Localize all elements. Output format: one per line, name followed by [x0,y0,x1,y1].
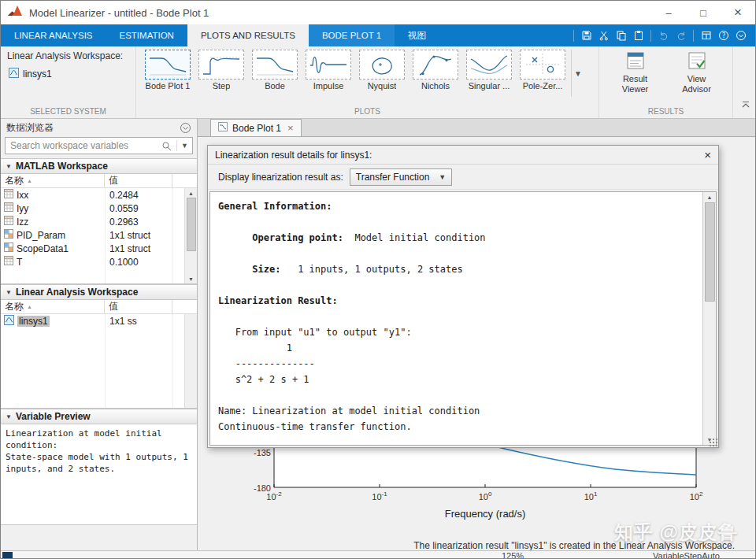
scroll-up-icon[interactable]: ▲ [707,192,713,202]
collapse-toolstrip-button[interactable] [741,98,750,112]
scroll-down-icon[interactable]: ▼ [188,274,194,283]
gallery-item-impulse[interactable]: Impulse [302,50,355,91]
scrollbar-thumb[interactable] [705,202,715,302]
result-viewer-button[interactable]: ResultViewer [607,50,664,94]
display-as-dropdown[interactable]: Transfer Function ▼ [350,168,453,186]
column-value-label: 值 [109,174,118,187]
column-value-label: 值 [109,300,118,313]
selected-system-item[interactable]: linsys1 [7,68,129,80]
gallery-item-nyquist[interactable]: Nyquist [355,50,409,91]
column-name-label: 名称 [5,300,24,313]
matlab-workspace-header[interactable]: ▼ MATLAB Workspace [1,158,197,174]
dialog-text-line [218,309,695,324]
bode-plot-fragment: -135-180 10-210-1100101102 Frequency (ra… [241,435,713,531]
gallery-item-nichols[interactable]: Nichols [409,50,462,91]
scrollbar-thumb[interactable] [187,198,196,251]
search-dropdown-icon[interactable]: ▼ [176,140,192,151]
table-scrollbar[interactable] [184,314,197,408]
sidebar-header: 数据浏览器 [1,119,197,136]
sidebar-menu-icon[interactable] [180,122,191,134]
dialog-scrollbar[interactable]: ▲ ▼ [702,192,716,445]
gallery-item-singular[interactable]: Singular ... [462,50,516,91]
variable-preview-title: Variable Preview [16,411,91,422]
numeric-variable-icon [4,202,13,214]
doc-tab-close-icon[interactable]: × [287,122,294,134]
dialog-close-icon[interactable]: × [704,148,711,161]
table-row[interactable]: PID_Param1x1 struct [1,228,184,242]
dialog-text-line [218,277,695,293]
ribbon-tab-3[interactable]: PLOTS AND RESULTS [187,24,309,46]
matlab-logo-icon [7,4,23,21]
variable-name: Izz [17,217,28,228]
maximize-button[interactable]: □ [686,1,721,24]
ribbon-tab-1[interactable]: LINEAR ANALYSIS [1,24,106,46]
section-label-selected-system: SELECTED SYSTEM [7,106,129,118]
paste-icon[interactable] [630,27,647,44]
plots-gallery: Bode Plot 1StepBodeImpulseNyquistNichols… [141,50,569,91]
table-scrollbar[interactable]: ▲ ▼ [184,188,197,283]
column-header-name[interactable]: 名称 ▲ [1,300,105,313]
gallery-item-label: Bode [265,81,285,91]
cut-icon[interactable] [595,27,612,44]
watermark: 知乎 @皮皮鲁 [614,520,738,545]
section-selected-system: Linear Analysis Workspace: linsys1 SELEC… [1,46,136,118]
table-row[interactable]: Izz0.2963 [1,215,184,228]
xtick-label: 100 [472,491,498,502]
selected-system-label: linsys1 [23,68,52,80]
save-icon[interactable] [578,27,595,44]
gallery-dropdown-button[interactable]: ▼ [571,50,584,97]
gallery-item-step[interactable]: Step [195,50,248,91]
toolstrip: Linear Analysis Workspace: linsys1 SELEC… [1,46,755,119]
scroll-up-icon[interactable]: ▲ [188,188,194,198]
search-input[interactable] [6,140,160,151]
close-button[interactable]: × [721,1,755,24]
minimize-button[interactable]: – [651,1,686,24]
linear-workspace-header[interactable]: ▼ Linear Analysis Workspace [1,284,197,300]
gallery-item-pole-zer[interactable]: Pole-Zer... [516,50,569,91]
struct-variable-icon [4,229,13,241]
gallery-item-bode-plot-1[interactable]: Bode Plot 1 [141,50,195,91]
search-icon[interactable] [160,141,173,151]
table-row[interactable]: linsys11x1 ss [1,314,184,328]
gallery-item-label: Nyquist [368,81,397,91]
ribbon-tabs: LINEAR ANALYSISESTIMATIONPLOTS AND RESUL… [1,24,439,46]
table-row[interactable]: Ixx0.2484 [1,188,184,202]
column-header-value[interactable]: 值 [105,174,172,187]
matlab-workspace-table: 名称 ▲ 值 Ixx0.2484Iyy0.0559Izz0.2963PID_Pa… [1,174,197,284]
table-row[interactable]: T0.1000 [1,255,184,268]
window-title: Model Linearizer - untitled - Bode Plot … [29,7,209,19]
dialog-title: Linearization result details for linsys1… [215,150,372,161]
resize-grip[interactable] [709,438,717,446]
column-header-name[interactable]: 名称 ▲ [1,174,105,187]
doc-tab[interactable]: Bode Plot 1 × [210,119,302,136]
layout-icon[interactable] [698,27,714,44]
copy-icon[interactable] [613,27,629,44]
table-row[interactable]: ScopeData11x1 struct [1,242,184,255]
variable-preview-header[interactable]: ▼ Variable Preview [1,409,197,424]
cell-variable-value: 1x1 struct [105,230,155,241]
nichols-plot-icon [413,50,458,80]
dialog-body: General Information: Operating point: Mo… [209,191,717,446]
struct-variable-icon [4,242,13,254]
gallery-item-label: Bode Plot 1 [146,81,191,91]
column-header-value[interactable]: 值 [105,300,172,313]
cell-variable-name: ScopeData1 [1,242,105,254]
ribbon-tab-5[interactable]: 视图 [395,24,439,46]
dialog-text-line: Continuous-time transfer function. [218,419,695,435]
dialog-titlebar[interactable]: Linearization result details for linsys1… [208,146,718,165]
table-row[interactable]: Iyy0.0559 [1,202,184,215]
dialog-text-line: Operating point: Model initial condition [218,230,695,246]
dialog-controls: Display linearization result as: Transfe… [208,165,718,190]
result-dialog: Linearization result details for linsys1… [207,145,719,448]
more-icon[interactable] [732,27,749,44]
ribbon-tab-2[interactable]: ESTIMATION [106,24,187,46]
help-icon[interactable]: ? [715,27,732,44]
ribbon-tab-4[interactable]: BODE PLOT 1 [309,24,395,46]
xtick-label: 102 [683,491,710,502]
view-advisor-button[interactable]: ViewAdvisor [669,50,725,94]
ss-variable-icon [9,68,19,80]
view-advisor-icon [687,50,707,74]
gallery-item-label: Pole-Zer... [523,81,563,91]
section-plots: Bode Plot 1StepBodeImpulseNyquistNichols… [136,46,599,118]
gallery-item-bode[interactable]: Bode [248,50,302,91]
